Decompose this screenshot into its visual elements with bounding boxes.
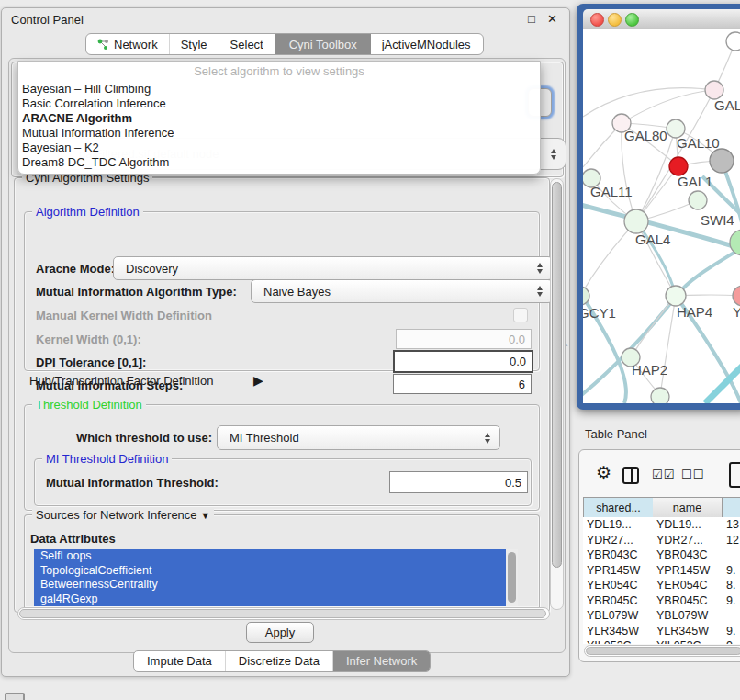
tab-discretize-data-label: Discretize Data — [239, 654, 320, 668]
settings-hscrollbar-thumb[interactable] — [19, 609, 546, 618]
control-panel-window: Control Panel □ ✕ Network Style Select C… — [1, 7, 570, 677]
node-label: HAP2 — [632, 362, 667, 378]
table-row[interactable]: YBR043CYBR043C — [583, 548, 740, 563]
attribute-item-selected[interactable]: TopologicalCoefficient — [34, 564, 518, 579]
attribute-item-selected[interactable]: SelfLoops — [34, 549, 518, 564]
network-node[interactable] — [726, 32, 740, 51]
mi-steps-field[interactable]: 6 — [393, 374, 532, 394]
tab-network[interactable]: Network — [86, 34, 170, 54]
gear-icon[interactable]: ⚙ — [596, 464, 611, 481]
node-label: SWI4 — [701, 212, 734, 228]
table-row[interactable]: YPR145WYPR145W9. — [583, 563, 740, 579]
maximize-window-icon[interactable] — [625, 13, 639, 27]
mi-threshold-value: 0.5 — [505, 476, 521, 490]
cell-shared-name: YER054C — [583, 579, 653, 592]
mi-threshold-field[interactable]: 0.5 — [389, 471, 528, 493]
list-scrollbar-thumb[interactable] — [508, 552, 516, 603]
node-label: GCY1 — [583, 305, 616, 321]
node-label: Y — [733, 304, 740, 320]
column-header-partial[interactable] — [723, 497, 740, 518]
network-node-gal4[interactable] — [624, 209, 648, 233]
network-node[interactable] — [733, 286, 740, 306]
dropdown-item-selected[interactable]: ARACNE Algorithm — [22, 111, 132, 125]
new-table-icon[interactable] — [729, 462, 740, 488]
dropdown-item[interactable]: Bayesian – K2 — [22, 141, 99, 154]
tab-impute-data[interactable]: Impute Data — [134, 651, 226, 671]
tab-infer-network[interactable]: Infer Network — [333, 651, 430, 671]
tab-discretize-data[interactable]: Discretize Data — [226, 651, 333, 671]
expand-arrow-icon[interactable]: ▶ — [253, 373, 263, 388]
table-row[interactable]: YDL19...YDL19...13 — [583, 517, 740, 533]
tab-style[interactable]: Style — [170, 34, 219, 54]
cell-shared-name: YBR043C — [583, 548, 653, 561]
tab-cyni-toolbox[interactable]: Cyni Toolbox — [275, 34, 371, 54]
apply-button[interactable]: Apply — [246, 622, 314, 643]
collapse-arrow-icon[interactable]: ▼ — [200, 510, 210, 521]
tab-jactivemnodules[interactable]: jActiveMNodules — [371, 34, 482, 54]
manual-kernel-checkbox[interactable] — [513, 308, 528, 322]
table-hscrollbar-track[interactable] — [584, 645, 740, 657]
dropdown-item[interactable]: Bayesian – Hill Climbing — [22, 82, 151, 96]
float-panel-icon[interactable]: □ — [528, 12, 535, 26]
dpi-tolerance-field[interactable]: 0.0 — [393, 350, 533, 373]
aracne-mode-combo[interactable]: Discovery — [113, 256, 553, 280]
panel-divider-handle[interactable]: ‹ — [566, 341, 570, 350]
network-node-hap4[interactable] — [666, 286, 686, 306]
dropdown-item[interactable]: Basic Correlation Inference — [22, 96, 166, 110]
which-threshold-combo[interactable]: MI Threshold — [217, 425, 500, 450]
table-panel: ⚙ ☑☑ ☐☐ shared... name YDL19...YDL19...1… — [578, 449, 740, 662]
attribute-item-selected[interactable]: gal4RGexp — [34, 593, 518, 607]
network-canvas[interactable]: GAL GAL80 GAL10 GAL1 GAL11 SWI4 GAL4 GCY… — [583, 29, 740, 403]
close-panel-icon[interactable]: ✕ — [547, 12, 557, 26]
mi-threshold-group: MI Threshold Definition Mutual Informati… — [34, 458, 532, 506]
table-row[interactable]: YBL079WYBL079W — [583, 608, 740, 624]
cell-value: 9. — [723, 625, 740, 638]
table-row[interactable]: YDR27...YDR27...12 — [583, 533, 740, 548]
settings-vscrollbar-track[interactable] — [550, 178, 564, 610]
cell-name: YDR27... — [653, 534, 723, 547]
table-hscrollbar-thumb[interactable] — [586, 647, 740, 655]
columns-icon-divider — [631, 469, 633, 482]
cell-name: YIL053C — [653, 639, 723, 644]
combo-spinner-icon — [551, 149, 557, 160]
network-node[interactable] — [689, 191, 707, 209]
kernel-width-value: 0.0 — [509, 333, 525, 346]
table-row[interactable]: YER054CYER054C8. — [583, 578, 740, 593]
hide-columns-icon[interactable]: ☐☐ — [681, 468, 704, 481]
network-window-titlebar[interactable] — [583, 9, 740, 30]
minimized-panel-icon[interactable] — [5, 693, 25, 700]
list-scrollbar-track[interactable] — [506, 549, 518, 606]
apply-button-label: Apply — [265, 626, 296, 639]
network-node[interactable] — [651, 388, 669, 403]
sources-group: Sources for Network Inference ▼ Data Att… — [24, 514, 540, 607]
attribute-item-selected[interactable]: BetweennessCentrality — [34, 578, 518, 593]
cell-name: YER054C — [653, 579, 723, 592]
table-row[interactable]: YLR345WYLR345W9. — [583, 624, 740, 639]
network-node[interactable] — [710, 149, 734, 173]
settings-vscrollbar-thumb[interactable] — [552, 182, 562, 568]
aracne-mode-value: Discovery — [126, 262, 178, 276]
network-node-swi4[interactable] — [730, 230, 740, 255]
hub-definition-label[interactable]: Hub/Transcription Factor Definition — [29, 374, 213, 388]
dropdown-item[interactable]: Dream8 DC_TDC Algorithm — [22, 155, 169, 169]
node-label: GAL — [714, 97, 740, 113]
close-window-icon[interactable] — [590, 13, 604, 27]
columns-icon[interactable] — [622, 467, 639, 484]
dropdown-item[interactable]: Mutual Information Inference — [22, 126, 174, 140]
minimize-window-icon[interactable] — [608, 13, 622, 27]
network-node-gal1[interactable] — [669, 157, 688, 175]
table-body: YDL19...YDL19...13 YDR27...YDR27...12 YB… — [583, 517, 740, 644]
kernel-width-label: Kernel Width (0,1): — [36, 333, 141, 346]
column-header-name[interactable]: name — [653, 497, 723, 518]
tab-select[interactable]: Select — [219, 34, 275, 54]
kernel-width-field[interactable]: 0.0 — [396, 329, 532, 349]
mi-threshold-group-title: MI Threshold Definition — [42, 452, 172, 466]
table-header-row: shared... name — [583, 497, 740, 516]
network-node[interactable] — [705, 81, 723, 99]
mi-algorithm-type-combo[interactable]: Naive Bayes — [251, 279, 553, 303]
settings-hscrollbar-track[interactable] — [17, 607, 550, 620]
show-columns-icon[interactable]: ☑☑ — [652, 468, 675, 481]
table-row[interactable]: YBR045CYBR045C9. — [583, 593, 740, 609]
column-header-shared[interactable]: shared... — [583, 497, 654, 518]
table-row[interactable]: YIL053CYIL053C9 — [583, 638, 740, 644]
